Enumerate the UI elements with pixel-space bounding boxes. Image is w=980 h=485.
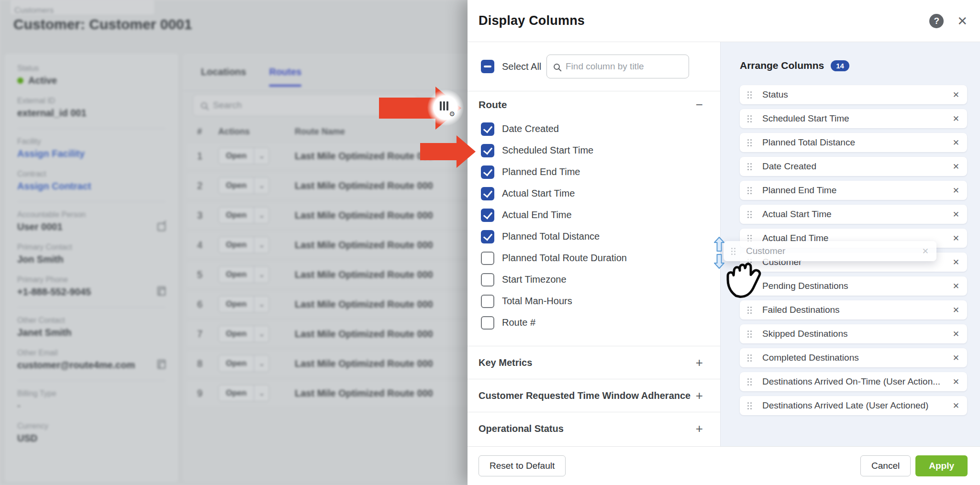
section-time-window-adherance[interactable]: Customer Requested Time Window Adherance… bbox=[468, 379, 720, 412]
remove-column-icon[interactable]: ✕ bbox=[953, 377, 959, 387]
arrange-item[interactable]: Destinations Arrived Late (User Actioned… bbox=[740, 396, 967, 415]
chevron-down-icon: ⌄ bbox=[254, 296, 269, 312]
remove-column-icon[interactable]: ✕ bbox=[953, 114, 959, 124]
column-option[interactable]: Route # bbox=[468, 312, 720, 333]
checkbox-unchecked[interactable] bbox=[481, 273, 494, 287]
field-facility: Facility Assign Facility bbox=[17, 137, 166, 159]
column-option[interactable]: Planned Total Route Duration bbox=[468, 247, 720, 269]
column-option[interactable]: Total Man-Hours bbox=[468, 290, 720, 312]
open-button[interactable]: Open⌄ bbox=[218, 355, 269, 372]
arrange-item[interactable]: Status✕ bbox=[740, 85, 967, 104]
select-all-checkbox[interactable] bbox=[481, 60, 494, 73]
remove-column-icon[interactable]: ✕ bbox=[953, 233, 959, 243]
collapse-icon[interactable]: − bbox=[696, 98, 703, 112]
arrange-item[interactable]: Destinations Arrived On-Time (User Actio… bbox=[740, 372, 967, 391]
open-button[interactable]: Open⌄ bbox=[218, 325, 269, 342]
open-button[interactable]: Open⌄ bbox=[218, 385, 269, 402]
copy-icon[interactable] bbox=[159, 288, 166, 296]
column-option[interactable]: Scheduled Start Time bbox=[468, 140, 720, 161]
open-button[interactable]: Open⌄ bbox=[218, 177, 269, 194]
drag-handle-icon[interactable] bbox=[747, 307, 752, 314]
copy-icon[interactable] bbox=[159, 362, 166, 369]
remove-column-icon[interactable]: ✕ bbox=[953, 281, 959, 291]
assign-facility-link[interactable]: Assign Facility bbox=[17, 148, 166, 159]
drag-handle-icon[interactable] bbox=[747, 354, 752, 362]
remove-column-icon[interactable]: ✕ bbox=[953, 138, 959, 148]
arrange-columns-title: Arrange Columns bbox=[740, 60, 824, 71]
help-icon[interactable]: ? bbox=[929, 14, 944, 28]
drag-handle-icon[interactable] bbox=[747, 402, 752, 409]
tab-locations[interactable]: Locations bbox=[201, 54, 246, 90]
arrange-item[interactable]: Skipped Destinations✕ bbox=[740, 324, 967, 343]
column-option[interactable]: Start Timezone bbox=[468, 269, 720, 290]
column-option[interactable]: Actual End Time bbox=[468, 204, 720, 226]
assign-contract-link[interactable]: Assign Contract bbox=[17, 181, 166, 192]
breadcrumb[interactable]: Customers bbox=[14, 6, 54, 15]
drag-handle-icon[interactable] bbox=[747, 139, 752, 146]
drag-handle-icon[interactable] bbox=[747, 187, 752, 194]
checkbox-checked[interactable] bbox=[481, 187, 494, 200]
screen: Customers Customer: Customer 0001 Status… bbox=[0, 0, 980, 485]
expand-icon[interactable]: + bbox=[696, 355, 703, 370]
drag-handle-icon[interactable] bbox=[747, 163, 752, 170]
column-option[interactable]: Date Created bbox=[468, 118, 720, 140]
open-button[interactable]: Open⌄ bbox=[218, 266, 269, 283]
arrange-item[interactable]: Pending Destinations✕ bbox=[740, 276, 967, 296]
section-key-metrics[interactable]: Key Metrics + bbox=[468, 346, 720, 379]
checkbox-checked[interactable] bbox=[481, 209, 494, 222]
remove-column-icon[interactable]: ✕ bbox=[953, 209, 959, 220]
checkbox-unchecked[interactable] bbox=[481, 252, 494, 265]
drag-handle-icon[interactable] bbox=[747, 378, 752, 386]
remove-column-icon[interactable]: ✕ bbox=[953, 353, 959, 363]
arrange-item[interactable]: Completed Destinations✕ bbox=[740, 348, 967, 367]
checkbox-checked[interactable] bbox=[481, 230, 494, 243]
remove-column-icon[interactable]: ✕ bbox=[953, 162, 959, 172]
remove-column-icon[interactable]: ✕ bbox=[953, 257, 959, 267]
section-operational-status[interactable]: Operational Status + bbox=[468, 412, 720, 445]
expand-icon[interactable]: + bbox=[696, 388, 703, 403]
drag-handle-icon[interactable] bbox=[747, 211, 752, 218]
arrange-item[interactable]: Failed Destinations✕ bbox=[740, 300, 967, 320]
modal-footer: Reset to Default Cancel Apply bbox=[468, 446, 980, 485]
routes-search-input[interactable]: Search bbox=[193, 94, 418, 116]
arrange-item[interactable]: Planned Total Distance✕ bbox=[740, 133, 967, 152]
open-button[interactable]: Open⌄ bbox=[218, 296, 269, 313]
column-option[interactable]: Planned End Time bbox=[468, 161, 720, 183]
cancel-button[interactable]: Cancel bbox=[860, 455, 911, 476]
open-button[interactable]: Open⌄ bbox=[218, 207, 269, 224]
apply-button[interactable]: Apply bbox=[915, 455, 968, 476]
drag-handle-icon[interactable] bbox=[747, 91, 752, 99]
find-column-input[interactable] bbox=[566, 61, 682, 72]
drag-handle-icon[interactable] bbox=[747, 331, 752, 338]
remove-column-icon[interactable]: ✕ bbox=[953, 90, 959, 100]
checkbox-unchecked[interactable] bbox=[481, 316, 494, 330]
arrange-item[interactable]: Scheduled Start Time✕ bbox=[740, 109, 967, 128]
open-button[interactable]: Open⌄ bbox=[218, 236, 269, 254]
chevron-down-icon: ⌄ bbox=[254, 385, 269, 401]
remove-column-icon[interactable]: ✕ bbox=[953, 186, 959, 196]
external-link-icon[interactable] bbox=[157, 223, 166, 231]
remove-column-icon[interactable]: ✕ bbox=[953, 401, 959, 411]
column-option[interactable]: Actual Start Time bbox=[468, 183, 720, 204]
arrange-item[interactable]: Date Created✕ bbox=[740, 157, 967, 176]
customer-details-card: Status Active External ID external_id 00… bbox=[5, 54, 178, 482]
checkbox-unchecked[interactable] bbox=[481, 295, 494, 308]
field-contract: Contract Assign Contract bbox=[17, 170, 166, 192]
reset-to-default-button[interactable]: Reset to Default bbox=[479, 455, 566, 476]
remove-column-icon[interactable]: ✕ bbox=[953, 305, 959, 315]
arrange-item[interactable]: Planned End Time✕ bbox=[740, 181, 967, 200]
checkbox-checked[interactable] bbox=[481, 165, 494, 179]
expand-icon[interactable]: + bbox=[696, 421, 703, 436]
remove-column-icon[interactable]: ✕ bbox=[953, 329, 959, 339]
section-route[interactable]: Route − bbox=[468, 91, 720, 118]
drag-handle-icon[interactable] bbox=[747, 115, 752, 122]
arrange-item[interactable]: Actual Start Time✕ bbox=[740, 205, 967, 224]
search-icon bbox=[201, 102, 207, 109]
close-icon[interactable]: ✕ bbox=[957, 15, 968, 27]
checkbox-checked[interactable] bbox=[481, 144, 494, 157]
checkbox-checked[interactable] bbox=[481, 122, 494, 136]
column-option[interactable]: Planned Total Distance bbox=[468, 226, 720, 247]
open-button[interactable]: Open⌄ bbox=[218, 147, 269, 165]
search-icon bbox=[554, 64, 560, 70]
tab-routes[interactable]: Routes bbox=[269, 54, 301, 90]
